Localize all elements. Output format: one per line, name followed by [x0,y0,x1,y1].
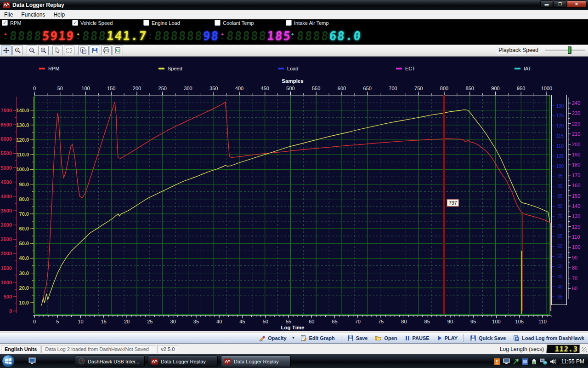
sign-indicator-icon: +− [3,32,8,40]
resize-grip[interactable] [582,347,587,352]
svg-text:60: 60 [557,244,563,249]
led-value-load: 98 [203,29,220,43]
svg-text:240: 240 [572,100,580,106]
opacity-dropdown-arrow[interactable]: ▼ [290,336,297,340]
svg-text:75: 75 [378,319,384,324]
checkbox-icon[interactable] [286,20,292,26]
legend-iat: IAT [514,66,531,71]
slider-track[interactable] [545,50,585,51]
svg-text:60: 60 [309,319,314,324]
svg-text:95: 95 [557,173,563,178]
save-icon [91,47,98,54]
app-tray-icon[interactable] [522,358,528,365]
save-toolbar-button[interactable] [90,46,100,55]
restore-button[interactable]: ❐ [554,0,566,8]
svg-text:190: 190 [572,152,580,157]
rpm-swatch-icon [39,68,45,69]
svg-text:130.0: 130.0 [16,122,29,128]
svg-text:4500: 4500 [1,179,12,185]
units-pane[interactable]: English Units [1,345,40,353]
svg-text:200: 200 [572,142,580,147]
zoom-in-button[interactable] [38,46,49,55]
print-preview-button[interactable] [113,46,123,55]
network-tray-icon[interactable] [540,358,547,365]
marquee-select-button[interactable] [64,46,74,55]
svg-text:70: 70 [355,319,361,324]
playback-toolbar: Opacity ▼ Edit Graph Save Open PAUSE [0,333,588,344]
play-button[interactable]: PLAY [433,333,461,343]
start-button[interactable] [2,355,15,368]
led-display-row: +− 88885919 +− 888141.7 -− 88888898 +− 8… [0,28,588,45]
svg-text:120.0: 120.0 [16,137,29,143]
taskbar-clock[interactable]: 11:55 PM [561,358,584,365]
svg-text:5: 5 [56,319,59,324]
zoom-out-button[interactable] [27,46,37,55]
chart-panel: Samples050100150200250300350400450500550… [0,57,588,331]
svg-text:500: 500 [286,86,294,91]
quick-save-button[interactable]: Quick Save [466,333,509,343]
led-display-engine-load: -− 88888898 [147,29,219,44]
close-button[interactable]: ✕ [567,0,586,8]
svg-text:80.0: 80.0 [19,196,29,202]
quick-launch-desktop-icon[interactable] [28,357,37,365]
log-length-label: Log Length (secs) [500,346,544,352]
status-message: Data Log 2 loaded from DashHawk/Not Save… [41,345,156,353]
load-log-button[interactable]: Load Log from DashHawk [509,333,588,343]
opacity-button[interactable]: Opacity [255,333,290,343]
print-icon [103,47,110,54]
channel-toggle-intake-air-temp[interactable]: Intake Air Temp [286,20,329,26]
pause-button[interactable]: PAUSE [401,333,433,343]
svg-text:350: 350 [209,86,218,91]
svg-text:110: 110 [538,319,547,324]
data-logger-chart[interactable]: Samples050100150200250300350400450500550… [0,57,588,331]
minimize-button[interactable]: ▬ [540,0,553,8]
svg-text:40.0: 40.0 [19,255,29,261]
app-window: Data Logger Replay ▬ ❐ ✕ File Functions … [0,0,588,368]
slider-thumb[interactable] [568,46,571,54]
print-button[interactable] [101,46,112,55]
playback-speed-slider[interactable] [545,46,585,55]
channel-toggle-rpm[interactable]: ✓ RPM [2,20,21,26]
zoom-window-icon [14,47,21,54]
pointer-tool-button[interactable] [52,46,63,55]
checkbox-icon[interactable] [215,20,220,26]
taskbar-button-dashhawk-usb[interactable]: DashHawk USB Inter... [75,356,145,367]
checkbox-icon[interactable] [143,20,149,26]
pan-tool-button[interactable] [1,46,11,55]
taskbar-button-data-logger-1[interactable]: Data Logger Replay [148,356,218,367]
menu-help[interactable]: Help [49,11,69,19]
log-length-display: 112.3 [546,345,580,353]
svg-text:6000: 6000 [1,136,12,142]
display-tray-icon[interactable] [503,358,510,364]
svg-text:90.0: 90.0 [19,182,29,187]
edit-graph-button[interactable]: Edit Graph [297,333,339,343]
java-tray-icon[interactable] [494,358,500,365]
svg-text:50.0: 50.0 [19,241,29,246]
led-display-rpm: +− 88885919 [3,29,74,44]
svg-text:100: 100 [572,244,580,250]
open-button[interactable]: Open [371,333,401,343]
power-tray-icon[interactable] [531,358,537,365]
menu-functions[interactable]: Functions [17,11,49,19]
checkbox-icon[interactable]: ✓ [72,20,78,26]
taskbar-button-data-logger-2[interactable]: Data Logger Replay [221,356,291,367]
copy-button[interactable] [78,46,89,55]
svg-text:125: 125 [556,113,564,118]
channel-toggle-vehicle-speed[interactable]: ✓ Vehicle Speed [72,20,113,26]
zoom-window-tool-button[interactable] [12,46,23,55]
save-button[interactable]: Save [344,333,372,343]
led-display-coolant-temp: +− 88888185 [220,29,291,44]
svg-text:130: 130 [572,213,580,219]
svg-text:80: 80 [572,265,577,270]
taskbar: DashHawk USB Inter... Data Logger Replay… [0,354,588,368]
svg-text:80: 80 [401,319,407,324]
tools-tray-icon[interactable] [513,358,519,365]
volume-tray-icon[interactable] [550,358,557,365]
checkbox-icon[interactable]: ✓ [2,20,8,26]
led-value-rpm: 5919 [41,29,75,43]
channel-toggle-coolant-temp[interactable]: Coolant Temp [215,20,254,26]
svg-text:40: 40 [557,284,563,289]
channel-toggle-engine-load[interactable]: Engine Load [143,20,180,26]
svg-text:150: 150 [572,193,580,199]
menu-file[interactable]: File [0,11,17,19]
